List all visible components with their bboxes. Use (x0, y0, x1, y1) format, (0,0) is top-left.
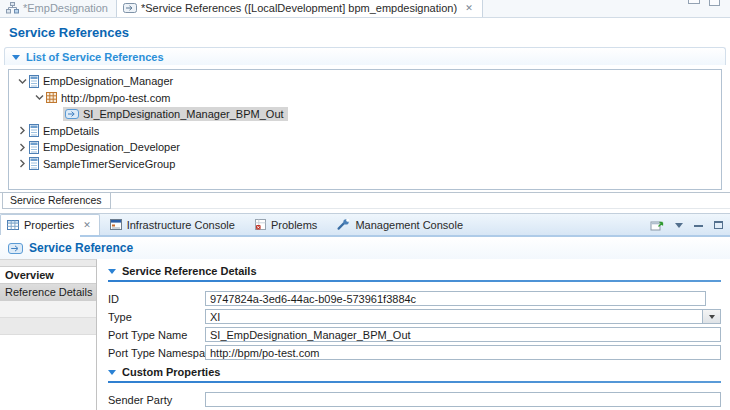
chevron-down-icon[interactable] (15, 78, 29, 85)
sheet-tab-filler (111, 193, 730, 209)
service-references-icon (123, 3, 137, 13)
nav-header-row (0, 260, 96, 267)
collapse-triangle-icon (12, 55, 20, 60)
tab-properties[interactable]: Properties ✕ (0, 214, 100, 235)
port-type-name-input[interactable]: SI_EmpDesignation_Manager_BPM_Out (205, 327, 721, 342)
tree-item-label: SI_EmpDesignation_Manager_BPM_Out (79, 108, 284, 120)
service-group-icon (29, 124, 39, 137)
sender-party-input[interactable] (205, 392, 721, 407)
section-title: Custom Properties (122, 366, 220, 378)
tree-row[interactable]: EmpDetails (9, 123, 721, 140)
tab-label: Infrastructure Console (127, 219, 235, 231)
chevron-right-icon[interactable] (15, 143, 29, 152)
properties-main: Service Reference Details ID 9747824a-3e… (97, 259, 730, 410)
collapse-triangle-icon (108, 370, 116, 375)
port-type-name-value: SI_EmpDesignation_Manager_BPM_Out (210, 329, 411, 341)
section-underline (108, 381, 721, 383)
collapse-triangle-icon (108, 269, 116, 274)
properties-body: Overview Reference Details Service Refer… (0, 259, 730, 410)
tree-item-label: EmpDetails (39, 125, 99, 137)
minimize-icon[interactable] (688, 0, 700, 4)
field-label: Sender Party (108, 394, 205, 406)
tab-label: Management Console (355, 219, 463, 231)
type-dropdown-button[interactable] (702, 309, 721, 324)
sheet-tab-service-references[interactable]: Service References (2, 193, 111, 209)
chevron-down-icon (709, 315, 715, 319)
problems-icon (255, 219, 266, 230)
process-icon (6, 2, 19, 14)
chevron-right-icon[interactable] (15, 126, 29, 135)
page-title: Service References (9, 25, 730, 40)
id-input[interactable]: 9747824a-3ed6-44ac-b09e-573961f3884c (205, 291, 706, 306)
nav-empty-row (0, 301, 96, 318)
port-type-namespace-value: http://bpm/po-test.com (210, 347, 319, 359)
nav-item-reference-details[interactable]: Reference Details (0, 284, 96, 301)
type-value: XI (210, 311, 220, 323)
maximize-view-icon[interactable] (714, 221, 723, 229)
service-group-icon (29, 141, 39, 154)
tree-item-label: EmpDesignation_Developer (39, 141, 180, 153)
chevron-right-icon[interactable] (15, 159, 29, 168)
chevron-down-icon[interactable] (32, 94, 46, 101)
service-references-tree: EmpDesignation_Manager http://bpm/po-tes… (8, 69, 722, 190)
nav-empty-row (0, 318, 96, 335)
field-label: Type (108, 311, 205, 323)
tab-management-console[interactable]: Management Console (327, 214, 473, 235)
tree-row[interactable]: EmpDesignation_Developer (9, 139, 721, 156)
properties-header-title: Service Reference (29, 241, 133, 255)
tree-selection: SI_EmpDesignation_Manager_BPM_Out (63, 107, 288, 121)
views-tabbar: Properties ✕ Infrastructure Console Prob… (0, 213, 730, 235)
tree-row[interactable]: SampleTimerServiceGroup (9, 156, 721, 173)
properties-icon (7, 220, 19, 230)
nav-item-overview[interactable]: Overview (0, 267, 96, 284)
service-interface-icon (65, 109, 79, 119)
tree-row[interactable]: http://bpm/po-test.com (9, 90, 721, 107)
view-toolbar (650, 214, 723, 236)
editor-bottom-tabs: Service References (0, 192, 730, 209)
field-row-port-type-name: Port Type Name SI_EmpDesignation_Manager… (108, 327, 721, 342)
field-label: Port Type Namespace (108, 347, 205, 359)
service-group-icon (29, 157, 39, 170)
section-title: Service Reference Details (122, 265, 257, 277)
tree-item-label: http://bpm/po-test.com (57, 92, 170, 104)
port-type-namespace-input[interactable]: http://bpm/po-test.com (205, 345, 721, 360)
close-icon[interactable]: ✕ (82, 220, 92, 230)
section-service-reference-details[interactable]: Service Reference Details (108, 265, 721, 277)
editor-tabbar: *EmpDesignation *Service References ([Lo… (0, 0, 730, 18)
properties-nav: Overview Reference Details (0, 259, 97, 410)
properties-view-header: Service Reference (0, 237, 730, 259)
section-custom-properties[interactable]: Custom Properties (108, 366, 721, 378)
wrench-icon (337, 219, 350, 230)
id-value: 9747824a-3ed6-44ac-b09e-573961f3884c (210, 293, 416, 305)
editor-tab-label: *Service References ([LocalDevelopment] … (141, 2, 457, 14)
field-row-id: ID 9747824a-3ed6-44ac-b09e-573961f3884c (108, 291, 721, 306)
section-title: List of Service References (26, 51, 164, 63)
tree-row[interactable]: EmpDesignation_Manager (9, 73, 721, 90)
field-label: ID (108, 293, 205, 305)
infrastructure-console-icon (110, 219, 122, 230)
tab-infrastructure-console[interactable]: Infrastructure Console (100, 214, 245, 235)
open-new-view-icon[interactable] (650, 219, 664, 231)
tree-row-selected[interactable]: SI_EmpDesignation_Manager_BPM_Out (9, 106, 721, 123)
section-underline (108, 280, 721, 282)
service-group-icon (29, 75, 39, 88)
field-label: Port Type Name (108, 329, 205, 341)
tree-item-label: EmpDesignation_Manager (39, 75, 173, 87)
minimize-view-icon[interactable] (694, 224, 703, 227)
field-row-port-type-namespace: Port Type Namespace http://bpm/po-test.c… (108, 345, 721, 360)
close-icon[interactable]: ✕ (464, 3, 474, 13)
field-row-type: Type XI (108, 309, 721, 324)
service-reference-icon (8, 243, 23, 254)
namespace-icon (46, 92, 57, 103)
tab-label: Properties (24, 219, 74, 231)
type-select[interactable]: XI (205, 309, 721, 324)
section-list-of-service-references[interactable]: List of Service References (4, 47, 726, 65)
editor-tab-empdesignation[interactable]: *EmpDesignation (0, 0, 116, 17)
view-menu-icon[interactable] (675, 223, 683, 228)
field-row-sender-party: Sender Party (108, 392, 721, 407)
tab-label: Problems (271, 219, 317, 231)
type-value-box: XI (205, 309, 702, 324)
tab-problems[interactable]: Problems (245, 214, 327, 235)
editor-tab-service-references[interactable]: *Service References ([LocalDevelopment] … (116, 0, 483, 17)
maximize-icon[interactable] (709, 0, 720, 6)
